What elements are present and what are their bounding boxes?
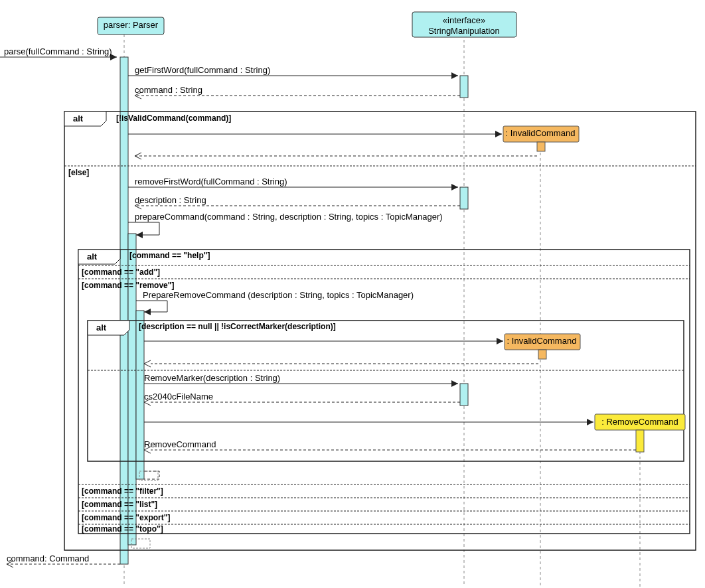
ret-removecmd-text: RemoveCommand <box>144 439 216 449</box>
string-act3 <box>460 384 468 405</box>
entry-return-text: command: Command <box>7 553 89 563</box>
msg-prepremove-text: PrepareRemoveCommand (description : Stri… <box>143 290 414 300</box>
svg-marker-5 <box>497 338 503 344</box>
svg-marker-3 <box>136 232 143 238</box>
invalidcmd-text1: : InvalidCommand <box>506 128 576 138</box>
svg-marker-2 <box>451 184 458 190</box>
parser-head-label: parser: Parser <box>104 20 159 30</box>
msg-commandstr-text: command : String <box>135 85 202 95</box>
alt2-g4: [command == "filter"] <box>82 486 163 496</box>
svg-marker-1 <box>495 131 502 137</box>
string-head-line1: «interface» <box>443 15 485 25</box>
entry-call-text: parse(fullCommand : String) <box>4 46 112 56</box>
alt2-tab <box>78 250 120 264</box>
alt2-g6: [command == "export"] <box>82 513 170 522</box>
string-act1 <box>460 76 468 98</box>
svg-marker-7 <box>587 419 593 425</box>
msg-descstr-text: description : String <box>135 195 206 205</box>
msg-prepare-text: prepareCommand(command : String, descrip… <box>135 212 443 222</box>
invalidcmd-text2: : InvalidCommand <box>507 336 577 346</box>
invalid1-act <box>537 142 545 151</box>
msg-removefirst-text: removeFirstWord(fullCommand : String) <box>135 177 287 186</box>
alt2-g2: [command == "add"] <box>82 267 160 277</box>
svg-marker-0 <box>451 72 458 79</box>
alt1-g2: [else] <box>68 168 89 177</box>
alt3-tab <box>88 321 129 335</box>
alt2-label: alt <box>87 252 98 261</box>
invalid2-act <box>538 350 546 359</box>
alt2-g1: [command == "help"] <box>129 251 210 260</box>
msg-csfile-text: cs2040cFileName <box>144 392 213 402</box>
msg-getfirst-text: getFirstWord(fullCommand : String) <box>135 65 270 75</box>
parser-nested2 <box>136 311 144 479</box>
sequence-diagram: parser: Parser «interface» StringManipul… <box>0 0 705 588</box>
msg-removemarker-text: RemoveMarker(description : String) <box>144 373 280 383</box>
removecmd-act <box>636 430 644 452</box>
msg-prepare-self <box>128 222 159 235</box>
alt1-g1: [!isValidCommand(command)] <box>116 113 231 123</box>
svg-marker-6 <box>451 380 458 387</box>
alt3-g1: [description == null || !isCorrectMarker… <box>139 322 336 331</box>
removecmd-text: : RemoveCommand <box>601 417 678 427</box>
alt2-g7: [command == "topo"] <box>82 524 163 534</box>
nested2-ret <box>144 471 159 479</box>
svg-marker-4 <box>144 309 151 315</box>
string-head-line2: StringManipulation <box>428 26 500 36</box>
alt2-g3: [command == "remove"] <box>82 281 174 290</box>
alt1-tab <box>64 111 106 126</box>
string-act2 <box>460 187 468 209</box>
alt1-label: alt <box>73 113 84 123</box>
alt2-g5: [command == "list"] <box>82 500 157 509</box>
alt3-label: alt <box>96 323 107 332</box>
